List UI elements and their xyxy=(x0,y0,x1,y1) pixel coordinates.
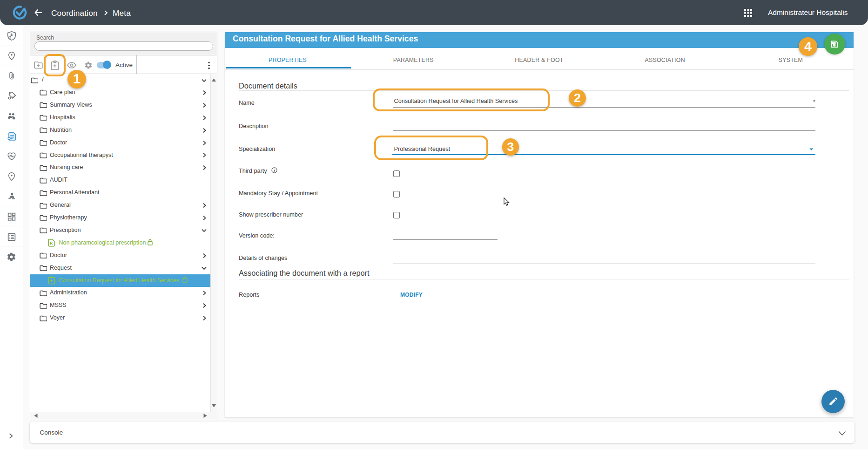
svg-text:R: R xyxy=(50,241,53,245)
